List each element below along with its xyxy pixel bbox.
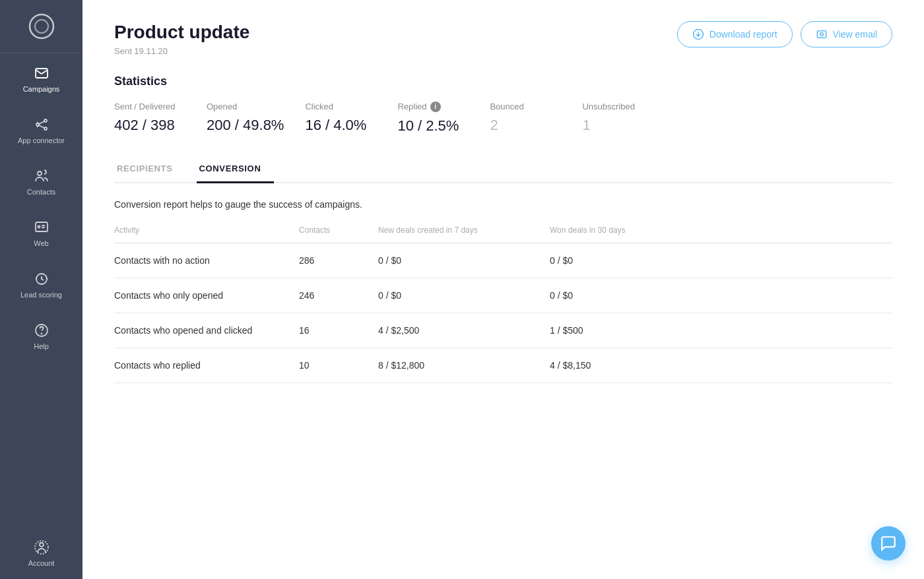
row3-won-deals: 1 / $500 bbox=[550, 313, 892, 348]
sidebar-item-account-label: Account bbox=[28, 559, 55, 567]
row3-new-deals: 4 / $2,500 bbox=[378, 313, 550, 348]
sidebar: Campaigns App connector Contact bbox=[0, 0, 82, 579]
download-icon bbox=[692, 28, 704, 40]
tab-recipients[interactable]: RECIPIENTS bbox=[114, 156, 186, 183]
stat-bounced: Bounced 2 bbox=[490, 102, 582, 134]
chat-bubble-icon bbox=[880, 535, 897, 552]
svg-point-4 bbox=[44, 119, 47, 122]
conversion-table: Activity Contacts New deals created in 7… bbox=[114, 226, 892, 383]
sidebar-item-web[interactable]: Web bbox=[0, 208, 82, 259]
svg-point-10 bbox=[38, 171, 42, 175]
lead-scoring-icon bbox=[34, 271, 50, 287]
stat-sent-delivered-label: Sent / Delivered bbox=[114, 102, 185, 111]
sidebar-item-campaigns[interactable]: Campaigns bbox=[0, 53, 82, 105]
row1-new-deals: 0 / $0 bbox=[378, 243, 550, 278]
col-new-deals: New deals created in 7 days bbox=[378, 226, 550, 243]
campaigns-icon bbox=[34, 65, 50, 81]
row4-activity: Contacts who replied bbox=[114, 348, 299, 382]
download-report-button[interactable]: Download report bbox=[677, 21, 793, 47]
sidebar-item-app-connector-label: App connector bbox=[18, 137, 65, 144]
sidebar-item-help-label: Help bbox=[34, 342, 49, 350]
svg-point-17 bbox=[41, 334, 42, 334]
web-icon bbox=[34, 220, 50, 235]
svg-point-5 bbox=[44, 127, 47, 130]
sidebar-item-help[interactable]: Help bbox=[0, 311, 82, 362]
col-won-deals: Won deals in 30 days bbox=[550, 226, 892, 243]
help-icon bbox=[34, 322, 50, 338]
stat-unsubscribed: Unsubscribed 1 bbox=[582, 102, 675, 134]
view-email-button[interactable]: View email bbox=[801, 21, 892, 47]
row1-activity: Contacts with no action bbox=[114, 243, 299, 278]
stats-grid: Sent / Delivered 402 / 398 Opened 200 / … bbox=[114, 102, 892, 135]
sidebar-item-account[interactable]: Account bbox=[0, 528, 82, 579]
replied-info-icon[interactable]: i bbox=[430, 102, 441, 112]
sidebar-item-app-connector[interactable]: App connector bbox=[0, 105, 82, 156]
stat-unsubscribed-label: Unsubscribed bbox=[582, 102, 653, 111]
col-activity: Activity bbox=[114, 226, 299, 243]
row4-contacts: 10 bbox=[299, 348, 378, 382]
stat-sent-delivered: Sent / Delivered 402 / 398 bbox=[114, 102, 207, 134]
col-contacts: Contacts bbox=[299, 226, 378, 243]
stat-sent-delivered-value: 402 / 398 bbox=[114, 117, 185, 134]
sidebar-item-contacts[interactable]: Contacts bbox=[0, 156, 82, 208]
conversion-description: Conversion report helps to gauge the suc… bbox=[114, 199, 892, 210]
sidebar-item-contacts-label: Contacts bbox=[27, 188, 55, 196]
tabs: RECIPIENTS CONVERSION bbox=[114, 156, 892, 183]
svg-point-21 bbox=[820, 33, 823, 36]
sidebar-bottom: Account bbox=[0, 528, 82, 579]
table-row: Contacts who only opened 246 0 / $0 0 / … bbox=[114, 278, 892, 313]
statistics-section: Statistics Sent / Delivered 402 / 398 Op… bbox=[114, 75, 892, 135]
svg-point-1 bbox=[35, 20, 48, 33]
sidebar-item-lead-scoring[interactable]: Lead scoring bbox=[0, 259, 82, 311]
statistics-title: Statistics bbox=[114, 75, 892, 88]
sidebar-item-web-label: Web bbox=[34, 239, 48, 247]
row4-new-deals: 8 / $12,800 bbox=[378, 348, 550, 382]
view-email-label: View email bbox=[833, 29, 877, 40]
sidebar-item-campaigns-label: Campaigns bbox=[23, 85, 60, 93]
stat-clicked: Clicked 16 / 4.0% bbox=[305, 102, 397, 134]
table-row: Contacts with no action 286 0 / $0 0 / $… bbox=[114, 243, 892, 278]
sidebar-logo bbox=[0, 0, 82, 53]
view-email-icon bbox=[816, 28, 828, 40]
table-header-row: Activity Contacts New deals created in 7… bbox=[114, 226, 892, 243]
sidebar-nav: Campaigns App connector Contact bbox=[0, 53, 82, 528]
row2-activity: Contacts who only opened bbox=[114, 278, 299, 313]
row1-contacts: 286 bbox=[299, 243, 378, 278]
tab-conversion[interactable]: CONVERSION bbox=[197, 156, 275, 183]
row3-contacts: 16 bbox=[299, 313, 378, 348]
stat-replied-label: Replied i bbox=[397, 102, 469, 112]
page-subtitle: Sent 19.11.20 bbox=[114, 46, 249, 56]
table-row: Contacts who opened and clicked 16 4 / $… bbox=[114, 313, 892, 348]
stat-opened-value: 200 / 49.8% bbox=[207, 117, 284, 134]
svg-line-7 bbox=[39, 125, 44, 128]
row2-contacts: 246 bbox=[299, 278, 378, 313]
header-buttons: Download report View email bbox=[677, 21, 892, 47]
stat-clicked-label: Clicked bbox=[305, 102, 376, 111]
stat-opened: Opened 200 / 49.8% bbox=[207, 102, 305, 134]
stat-clicked-value: 16 / 4.0% bbox=[305, 117, 376, 134]
row2-won-deals: 0 / $0 bbox=[550, 278, 892, 313]
svg-point-18 bbox=[40, 543, 44, 547]
row2-new-deals: 0 / $0 bbox=[378, 278, 550, 313]
conversion-content: Conversion report helps to gauge the suc… bbox=[114, 199, 892, 383]
row4-won-deals: 4 / $8,150 bbox=[550, 348, 892, 382]
stat-replied-value: 10 / 2.5% bbox=[397, 117, 469, 135]
contacts-icon bbox=[34, 168, 50, 184]
main-content: Product update Sent 19.11.20 Download re… bbox=[82, 0, 924, 579]
svg-point-0 bbox=[30, 15, 53, 38]
row3-activity: Contacts who opened and clicked bbox=[114, 313, 299, 348]
row1-won-deals: 0 / $0 bbox=[550, 243, 892, 278]
stat-bounced-value: 2 bbox=[490, 117, 561, 134]
stat-opened-label: Opened bbox=[207, 102, 284, 111]
svg-point-12 bbox=[38, 226, 40, 228]
stat-unsubscribed-value: 1 bbox=[582, 117, 653, 134]
chat-bubble-button[interactable] bbox=[871, 526, 906, 561]
page-header: Product update Sent 19.11.20 Download re… bbox=[114, 21, 892, 56]
app-logo-icon bbox=[27, 12, 56, 41]
app-connector-icon bbox=[34, 117, 50, 133]
stat-bounced-label: Bounced bbox=[490, 102, 561, 111]
svg-point-3 bbox=[36, 123, 39, 126]
page-title-block: Product update Sent 19.11.20 bbox=[114, 21, 249, 56]
svg-rect-20 bbox=[817, 31, 826, 38]
svg-line-6 bbox=[39, 121, 44, 124]
